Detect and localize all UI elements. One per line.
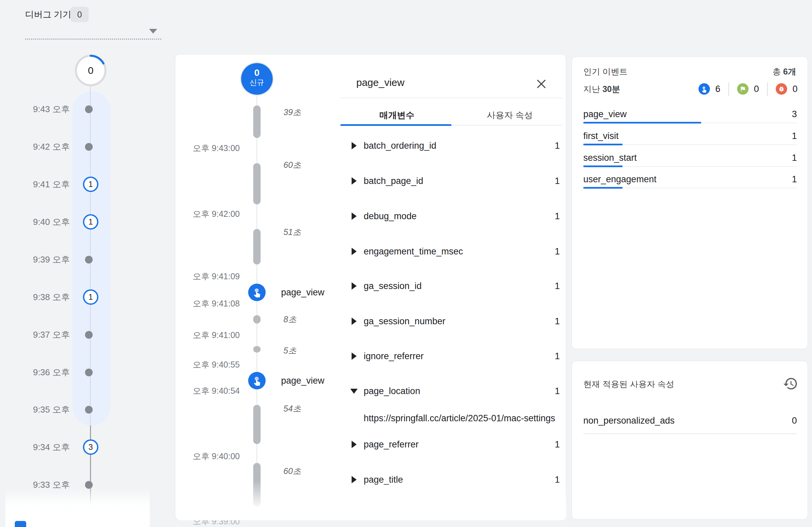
param-value: 1 — [555, 314, 560, 328]
minute-event-count-badge[interactable]: 1 — [83, 214, 98, 230]
param-name: engagement_time_msec — [364, 245, 463, 258]
engagement-segment — [253, 346, 261, 352]
minute-dot[interactable] — [85, 256, 93, 263]
expand-arrow-icon[interactable] — [352, 352, 357, 360]
expand-arrow-icon[interactable] — [352, 441, 357, 448]
param-row[interactable]: page_referrer 1 — [348, 438, 563, 451]
duration-label: 8초 — [284, 312, 296, 326]
stream-time: 오후 9:41:00 — [182, 328, 240, 342]
active-tab-indicator — [340, 124, 451, 126]
param-row[interactable]: ga_session_id 1 — [348, 279, 563, 293]
param-row[interactable]: batch_page_id 1 — [348, 174, 563, 188]
touch-event-icon[interactable] — [248, 284, 266, 301]
duration-label: 5초 — [284, 344, 296, 357]
param-value: 1 — [555, 438, 560, 451]
param-name: ignore_referrer — [364, 349, 424, 363]
event-detail-title: page_view — [356, 77, 404, 88]
param-row-expanded[interactable]: page_location 1 — [348, 384, 563, 398]
minute-row: 9:43 오후 — [0, 102, 114, 116]
event-type-stats: 6 0 0 — [698, 80, 798, 98]
popular-events-total: 총 6개 — [772, 64, 796, 79]
touch-events-stat[interactable]: 6 — [698, 83, 720, 95]
stream-event-name[interactable]: page_view — [281, 286, 324, 299]
expand-arrow-icon[interactable] — [352, 213, 357, 220]
user-property-row[interactable]: non_personalized_ads 0 — [583, 414, 797, 427]
duration-label: 54초 — [284, 402, 301, 415]
total-value: 6개 — [783, 67, 796, 76]
stream-time: 오후 9:43:00 — [182, 141, 240, 155]
collapse-arrow-icon[interactable] — [350, 389, 358, 394]
expand-arrow-icon[interactable] — [352, 282, 357, 290]
minute-row: 9:39 오후 — [0, 253, 114, 266]
param-row[interactable]: engagement_time_msec 1 — [348, 245, 563, 258]
minute-row: 9:37 오후 — [0, 328, 114, 341]
popular-event-row[interactable]: user_engagement 1 — [583, 173, 797, 186]
param-row[interactable]: batch_ordering_id 1 — [348, 139, 563, 152]
duration-label: 51초 — [284, 225, 301, 239]
minute-label: 9:36 오후 — [10, 366, 70, 379]
debugview-page: 디버그 기기 0 0 9:43 오후 9:42 오후 9:41 오후 1 9:4… — [0, 0, 812, 527]
minute-event-count-badge[interactable]: 1 — [83, 177, 98, 192]
minute-label: 9:43 오후 — [10, 102, 70, 116]
event-count: 1 — [792, 151, 797, 164]
minute-event-count-badge[interactable]: 1 — [83, 289, 98, 305]
minute-row: 9:40 오후 1 — [0, 215, 114, 229]
stat-divider — [728, 82, 729, 96]
minute-label: 9:41 오후 — [10, 178, 70, 191]
event-name: page_view — [583, 107, 627, 121]
stream-time: 오후 9:41:08 — [182, 297, 240, 310]
engagement-segment — [253, 315, 261, 324]
param-name: page_location — [364, 384, 420, 398]
minute-dot[interactable] — [85, 105, 93, 113]
device-selector-dropdown[interactable] — [25, 20, 161, 40]
total-prefix: 총 — [772, 67, 781, 76]
param-name: batch_ordering_id — [364, 139, 436, 152]
param-row[interactable]: ignore_referrer 1 — [348, 349, 563, 363]
minute-label: 9:40 오후 — [10, 215, 70, 229]
tab-user-properties[interactable]: 사용자 속성 — [453, 107, 566, 123]
minute-label: 9:42 오후 — [10, 140, 70, 153]
engagement-segment — [253, 405, 261, 444]
expand-arrow-icon[interactable] — [352, 318, 357, 325]
event-name: user_engagement — [583, 173, 656, 186]
expand-arrow-icon[interactable] — [352, 177, 357, 185]
tab-parameters[interactable]: 매개변수 — [340, 107, 453, 123]
flag-icon — [737, 83, 749, 95]
property-value: 0 — [792, 414, 797, 427]
history-icon[interactable] — [783, 376, 798, 391]
corner-accent — [15, 521, 26, 527]
minute-dot[interactable] — [85, 143, 93, 151]
bug-icon — [776, 83, 787, 95]
param-value: 1 — [555, 349, 560, 363]
popular-event-row[interactable]: first_visit 1 — [583, 129, 797, 143]
stream-event-name[interactable]: page_view — [281, 374, 324, 387]
expand-arrow-icon[interactable] — [352, 248, 357, 255]
current-minute-count: 0 — [74, 53, 108, 88]
new-events-badge[interactable]: 0 신규 — [241, 63, 273, 95]
minute-dot[interactable] — [85, 331, 93, 339]
key-events-stat[interactable]: 0 — [737, 83, 759, 95]
popular-event-row[interactable]: session_start 1 — [583, 151, 797, 164]
error-events-stat[interactable]: 0 — [776, 83, 798, 95]
close-icon[interactable] — [535, 78, 547, 90]
user-properties-title: 현재 적용된 사용자 속성 — [583, 377, 674, 391]
popular-event-row[interactable]: page_view 3 — [583, 107, 797, 121]
param-row[interactable]: debug_mode 1 — [348, 209, 563, 223]
chevron-down-icon[interactable] — [149, 29, 157, 33]
param-row[interactable]: ga_session_number 1 — [348, 314, 563, 328]
touch-event-icon[interactable] — [248, 372, 266, 390]
minute-label: 9:37 오후 — [10, 328, 70, 341]
expand-arrow-icon[interactable] — [352, 142, 357, 149]
engagement-segment — [253, 229, 261, 264]
engagement-segment — [253, 105, 261, 138]
minute-event-count-badge[interactable]: 3 — [83, 439, 98, 455]
minute-dot[interactable] — [85, 406, 93, 413]
duration-label: 39초 — [284, 105, 301, 119]
duration-label: 60초 — [284, 158, 301, 172]
minute-dot[interactable] — [85, 369, 93, 376]
event-bar-fill — [583, 165, 623, 167]
param-child-value: https://springfall.cc/article/2025-01/ma… — [364, 411, 562, 425]
event-bar-fill — [583, 144, 623, 145]
stream-bottom-fade — [176, 481, 566, 520]
minute-row: 9:34 오후 3 — [0, 440, 114, 454]
